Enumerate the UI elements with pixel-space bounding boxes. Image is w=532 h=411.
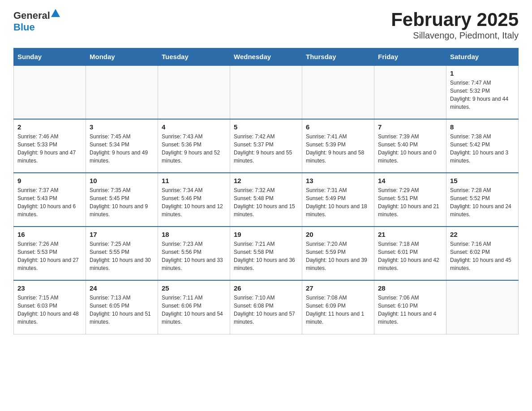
day-info: Sunrise: 7:31 AMSunset: 5:49 PMDaylight:… [306,186,370,218]
day-number: 13 [306,177,370,184]
calendar-day-cell: 24Sunrise: 7:13 AMSunset: 6:05 PMDayligh… [86,280,158,334]
day-number: 22 [450,231,515,238]
calendar-day-cell: 2Sunrise: 7:46 AMSunset: 5:33 PMDaylight… [14,119,86,173]
day-info: Sunrise: 7:23 AMSunset: 5:56 PMDaylight:… [162,240,226,272]
calendar-day-cell: 11Sunrise: 7:34 AMSunset: 5:46 PMDayligh… [158,173,230,227]
logo-text: General Blue [13,9,60,33]
day-info: Sunrise: 7:18 AMSunset: 6:01 PMDaylight:… [378,240,442,272]
logo-blue: Blue [13,21,35,33]
day-number: 11 [162,177,226,184]
calendar-header: Sunday Monday Tuesday Wednesday Thursday… [14,48,519,66]
calendar-day-cell: 13Sunrise: 7:31 AMSunset: 5:49 PMDayligh… [302,173,374,227]
day-info: Sunrise: 7:26 AMSunset: 5:53 PMDaylight:… [17,240,82,272]
day-number: 16 [17,231,82,238]
day-number: 28 [378,284,442,292]
calendar-day-cell: 6Sunrise: 7:41 AMSunset: 5:39 PMDaylight… [302,119,374,173]
day-number: 7 [378,123,442,131]
header-sunday: Sunday [14,48,86,66]
day-info: Sunrise: 7:45 AMSunset: 5:34 PMDaylight:… [90,133,154,165]
calendar-day-cell: 19Sunrise: 7:21 AMSunset: 5:58 PMDayligh… [230,227,302,280]
day-number: 19 [234,231,298,238]
calendar-day-cell: 9Sunrise: 7:37 AMSunset: 5:43 PMDaylight… [14,173,86,227]
day-info: Sunrise: 7:46 AMSunset: 5:33 PMDaylight:… [17,133,82,165]
day-number: 24 [90,284,154,292]
day-info: Sunrise: 7:21 AMSunset: 5:58 PMDaylight:… [234,240,298,272]
calendar-day-cell: 27Sunrise: 7:08 AMSunset: 6:09 PMDayligh… [302,280,374,334]
day-info: Sunrise: 7:28 AMSunset: 5:52 PMDaylight:… [450,186,515,218]
calendar-title: February 2025 [391,9,519,30]
day-number: 23 [17,284,82,292]
page-header: General Blue February 2025 Sillavengo, P… [13,9,519,41]
day-number: 25 [162,284,226,292]
logo: General Blue [13,9,60,33]
logo-general: General [13,10,50,21]
day-number: 2 [17,123,82,131]
day-info: Sunrise: 7:42 AMSunset: 5:37 PMDaylight:… [234,133,298,165]
day-number: 8 [450,123,515,131]
calendar-day-cell: 18Sunrise: 7:23 AMSunset: 5:56 PMDayligh… [158,227,230,280]
calendar-day-cell [230,65,302,119]
day-info: Sunrise: 7:34 AMSunset: 5:46 PMDaylight:… [162,186,226,218]
calendar-day-cell: 25Sunrise: 7:11 AMSunset: 6:06 PMDayligh… [158,280,230,334]
calendar-table: Sunday Monday Tuesday Wednesday Thursday… [13,48,519,334]
calendar-day-cell [86,65,158,119]
header-tuesday: Tuesday [158,48,230,66]
calendar-day-cell: 26Sunrise: 7:10 AMSunset: 6:08 PMDayligh… [230,280,302,334]
calendar-day-cell: 14Sunrise: 7:29 AMSunset: 5:51 PMDayligh… [374,173,446,227]
day-info: Sunrise: 7:06 AMSunset: 6:10 PMDaylight:… [378,294,442,326]
day-header-row: Sunday Monday Tuesday Wednesday Thursday… [14,48,519,66]
day-number: 17 [90,231,154,238]
day-info: Sunrise: 7:15 AMSunset: 6:03 PMDaylight:… [17,294,82,326]
day-info: Sunrise: 7:32 AMSunset: 5:48 PMDaylight:… [234,186,298,218]
day-number: 12 [234,177,298,184]
calendar-day-cell: 17Sunrise: 7:25 AMSunset: 5:55 PMDayligh… [86,227,158,280]
logo-triangle-icon [51,9,60,17]
day-number: 21 [378,231,442,238]
day-info: Sunrise: 7:35 AMSunset: 5:45 PMDaylight:… [90,186,154,218]
day-number: 6 [306,123,370,131]
day-info: Sunrise: 7:25 AMSunset: 5:55 PMDaylight:… [90,240,154,272]
day-number: 14 [378,177,442,184]
day-number: 5 [234,123,298,131]
day-info: Sunrise: 7:43 AMSunset: 5:36 PMDaylight:… [162,133,226,165]
day-info: Sunrise: 7:20 AMSunset: 5:59 PMDaylight:… [306,240,370,272]
day-info: Sunrise: 7:08 AMSunset: 6:09 PMDaylight:… [306,294,370,326]
calendar-week-row: 1Sunrise: 7:47 AMSunset: 5:32 PMDaylight… [14,65,519,119]
day-info: Sunrise: 7:37 AMSunset: 5:43 PMDaylight:… [17,186,82,218]
header-friday: Friday [374,48,446,66]
header-wednesday: Wednesday [230,48,302,66]
calendar-day-cell: 8Sunrise: 7:38 AMSunset: 5:42 PMDaylight… [446,119,519,173]
day-number: 15 [450,177,515,184]
day-number: 4 [162,123,226,131]
calendar-week-row: 23Sunrise: 7:15 AMSunset: 6:03 PMDayligh… [14,280,519,334]
header-thursday: Thursday [302,48,374,66]
day-info: Sunrise: 7:39 AMSunset: 5:40 PMDaylight:… [378,133,442,165]
calendar-week-row: 9Sunrise: 7:37 AMSunset: 5:43 PMDaylight… [14,173,519,227]
title-block: February 2025 Sillavengo, Piedmont, Ital… [391,9,519,41]
day-number: 10 [90,177,154,184]
calendar-day-cell: 21Sunrise: 7:18 AMSunset: 6:01 PMDayligh… [374,227,446,280]
calendar-day-cell: 7Sunrise: 7:39 AMSunset: 5:40 PMDaylight… [374,119,446,173]
header-saturday: Saturday [446,48,519,66]
calendar-subtitle: Sillavengo, Piedmont, Italy [391,30,519,41]
day-info: Sunrise: 7:13 AMSunset: 6:05 PMDaylight:… [90,294,154,326]
calendar-day-cell: 10Sunrise: 7:35 AMSunset: 5:45 PMDayligh… [86,173,158,227]
day-number: 9 [17,177,82,184]
calendar-day-cell: 4Sunrise: 7:43 AMSunset: 5:36 PMDaylight… [158,119,230,173]
day-number: 1 [450,69,515,77]
day-number: 18 [162,231,226,238]
calendar-day-cell: 23Sunrise: 7:15 AMSunset: 6:03 PMDayligh… [14,280,86,334]
day-info: Sunrise: 7:47 AMSunset: 5:32 PMDaylight:… [450,79,515,111]
calendar-day-cell: 12Sunrise: 7:32 AMSunset: 5:48 PMDayligh… [230,173,302,227]
calendar-day-cell [446,280,519,334]
calendar-day-cell: 28Sunrise: 7:06 AMSunset: 6:10 PMDayligh… [374,280,446,334]
day-info: Sunrise: 7:16 AMSunset: 6:02 PMDaylight:… [450,240,515,272]
day-info: Sunrise: 7:38 AMSunset: 5:42 PMDaylight:… [450,133,515,165]
day-info: Sunrise: 7:29 AMSunset: 5:51 PMDaylight:… [378,186,442,218]
calendar-day-cell: 1Sunrise: 7:47 AMSunset: 5:32 PMDaylight… [446,65,519,119]
calendar-day-cell [374,65,446,119]
day-info: Sunrise: 7:11 AMSunset: 6:06 PMDaylight:… [162,294,226,326]
calendar-day-cell: 5Sunrise: 7:42 AMSunset: 5:37 PMDaylight… [230,119,302,173]
day-number: 26 [234,284,298,292]
calendar-day-cell: 22Sunrise: 7:16 AMSunset: 6:02 PMDayligh… [446,227,519,280]
